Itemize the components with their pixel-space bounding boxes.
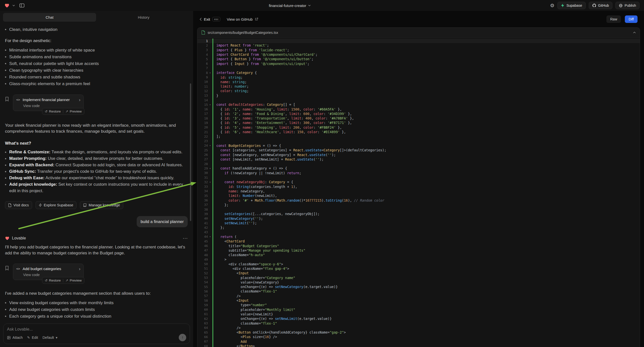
code-line: 52 <Input bbox=[198, 271, 640, 275]
code-line: 58 <Input bbox=[198, 298, 640, 303]
code-icon: <> bbox=[16, 267, 20, 270]
code-text: title="Budget Categories" bbox=[213, 244, 279, 248]
code-line: 67 Add bbox=[198, 339, 640, 344]
project-switcher[interactable]: financial-future-creator bbox=[269, 4, 311, 8]
pencil-icon: ✎ bbox=[27, 336, 30, 339]
code-text: limit: number; bbox=[213, 84, 249, 88]
code-line: 49 > bbox=[198, 257, 640, 262]
fold-chevron-icon[interactable]: ▾ bbox=[208, 72, 212, 74]
bullet-dot bbox=[5, 309, 6, 310]
mode-select[interactable]: Default ▾ bbox=[42, 336, 58, 340]
code-line: 22]; bbox=[198, 134, 640, 139]
code-line: 5import { Button } from '@/components/ui… bbox=[198, 57, 640, 61]
edit-card-implement-financial-planner[interactable]: <> Implement financial planner › View co… bbox=[13, 94, 84, 111]
list-item: Expand with Backend: Connect Supabase to… bbox=[5, 162, 188, 168]
list-item: Minimalist interface with plenty of whit… bbox=[5, 47, 188, 54]
send-arrow-icon: ↑ bbox=[182, 335, 184, 340]
supabase-button[interactable]: Supabase bbox=[557, 2, 586, 9]
code-text: <Input bbox=[213, 298, 249, 302]
code-text: ]; bbox=[213, 134, 220, 138]
diff-button[interactable]: Diff bbox=[625, 16, 638, 23]
code-line: 45 <ChartCard bbox=[198, 239, 640, 244]
restore-button[interactable]: ↺ Restore bbox=[45, 110, 61, 113]
code-line: 27 const [newLimit, setNewLimit] = React… bbox=[198, 157, 640, 162]
design-bullets: Minimalist interface with plenty of whit… bbox=[5, 47, 188, 87]
assistant-header: Lovable ⋯ bbox=[5, 236, 188, 241]
fold-chevron-icon[interactable]: ▾ bbox=[208, 103, 212, 106]
code-text: { id: '2', name: 'Food & Dining', limit:… bbox=[213, 112, 352, 116]
preview-button[interactable]: ↗ Preview bbox=[66, 278, 82, 282]
bullet-dot bbox=[5, 184, 6, 185]
code-text: import { Plus } from 'lucide-react'; bbox=[213, 48, 289, 52]
preview-button[interactable]: ↗ Preview bbox=[66, 110, 82, 113]
edit-card-add-budget-categories[interactable]: <> Add budget categories › View code ↺ R… bbox=[13, 264, 84, 280]
line-number: 59 bbox=[198, 303, 208, 307]
attach-image-icon bbox=[7, 336, 11, 340]
code-text: </Button> bbox=[213, 344, 255, 347]
chevron-down-icon bbox=[308, 5, 311, 6]
lovable-heart-icon bbox=[5, 236, 10, 240]
bullet-dot bbox=[5, 171, 6, 172]
docs-icon bbox=[8, 203, 12, 207]
list-item: Clean, intuitive navigation bbox=[5, 26, 188, 33]
fold-chevron-icon[interactable]: ▾ bbox=[208, 167, 212, 170]
attach-button[interactable]: Attach bbox=[7, 336, 23, 340]
line-number: 61 bbox=[198, 312, 208, 316]
chat-messages: Clean, intuitive navigation For the desi… bbox=[0, 23, 193, 324]
publish-button[interactable]: Publish bbox=[615, 2, 640, 9]
raw-button[interactable]: Raw bbox=[606, 16, 621, 23]
explore-supabase-button[interactable]: Explore Supabase bbox=[36, 201, 77, 209]
line-number: 9 bbox=[198, 76, 208, 79]
edit-button[interactable]: ✎ Edit bbox=[27, 336, 38, 340]
card-toolbar: ↺ Restore ↗ Preview bbox=[42, 108, 84, 115]
tab-history[interactable]: History bbox=[97, 13, 190, 22]
more-options-icon[interactable]: ⋯ bbox=[183, 236, 188, 241]
design-heading: For the design aesthetic: bbox=[5, 38, 188, 43]
fold-chevron-icon[interactable]: ▾ bbox=[208, 181, 212, 184]
code-text: <ChartCard bbox=[213, 239, 245, 243]
tab-chat[interactable]: Chat bbox=[3, 13, 96, 22]
editor-toolbar: Exit esc View on GitHub Raw Diff bbox=[193, 11, 644, 28]
line-number: 37 bbox=[198, 203, 208, 206]
exit-button[interactable]: Exit esc bbox=[200, 17, 220, 22]
code-line: 42 }; bbox=[198, 225, 640, 230]
line-number: 39 bbox=[198, 212, 208, 216]
code-lines[interactable]: 1 2import React from 'react';3import { P… bbox=[198, 38, 640, 347]
code-line: 24▾const BudgetCategories = () => { bbox=[198, 144, 640, 148]
line-number: 68 bbox=[198, 344, 208, 347]
chevron-down-icon: ▾ bbox=[56, 336, 58, 339]
summary-paragraph: Your sleek financial planner is now read… bbox=[5, 122, 188, 134]
fold-chevron-icon[interactable]: ▾ bbox=[208, 144, 212, 147]
chat-input[interactable] bbox=[7, 327, 186, 332]
bullet-dot bbox=[5, 302, 6, 304]
line-number: 11 bbox=[198, 85, 208, 88]
settings-gear-icon[interactable]: ⚙ bbox=[550, 3, 555, 8]
view-code-link[interactable]: View code bbox=[23, 104, 80, 108]
view-on-github-link[interactable]: View on GitHub bbox=[227, 17, 258, 22]
code-text: <div className="flex gap-4"> bbox=[213, 266, 289, 270]
fold-chevron-icon[interactable]: ▾ bbox=[208, 235, 212, 238]
bullet-dot bbox=[5, 158, 6, 159]
code-text: className="flex-1" bbox=[213, 321, 277, 325]
chat-scrollbar-thumb[interactable] bbox=[190, 84, 191, 221]
line-number: 65 bbox=[198, 330, 208, 334]
sidebar-toggle-icon[interactable] bbox=[20, 4, 24, 8]
bullet-dot bbox=[5, 29, 6, 30]
send-button[interactable]: ↑ bbox=[179, 334, 186, 341]
manage-knowledge-button[interactable]: Manage knowledge bbox=[80, 201, 123, 209]
github-button[interactable]: GitHub bbox=[589, 2, 613, 9]
preview-icon: ↗ bbox=[66, 110, 68, 113]
bullet-dot bbox=[5, 63, 6, 64]
restore-button[interactable]: ↺ Restore bbox=[45, 278, 61, 282]
view-code-link[interactable]: View code bbox=[23, 273, 80, 277]
code-text: <Button onClick={handleAddCategory} clas… bbox=[213, 330, 346, 334]
bookmark-icon[interactable] bbox=[5, 266, 9, 270]
code-text: interface Category { bbox=[213, 71, 257, 75]
code-line: 21 { id: '6', name: 'Healthcare', limit:… bbox=[198, 130, 640, 134]
list-item: Add new budget categories with custom li… bbox=[5, 306, 188, 313]
collapse-chevron-up-icon[interactable] bbox=[633, 32, 636, 33]
chevron-down-icon[interactable] bbox=[12, 5, 15, 6]
visit-docs-button[interactable]: Visit docs bbox=[5, 201, 32, 209]
bookmark-icon[interactable] bbox=[5, 96, 9, 102]
lovable-logo-icon[interactable] bbox=[4, 3, 10, 8]
